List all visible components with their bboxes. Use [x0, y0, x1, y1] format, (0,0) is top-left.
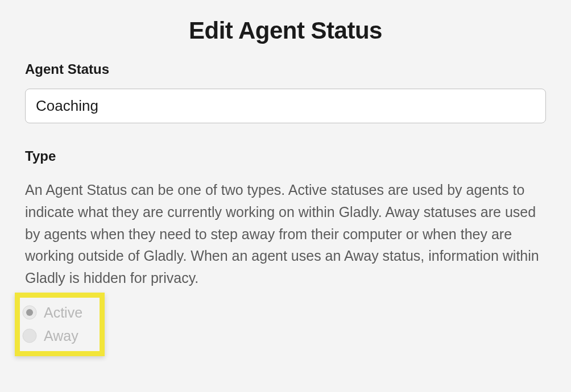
radio-selected-icon — [22, 305, 37, 320]
radio-unselected-icon — [22, 328, 37, 343]
radio-option-active[interactable]: Active — [22, 301, 82, 324]
agent-status-label: Agent Status — [25, 61, 546, 77]
radio-label: Active — [44, 305, 82, 321]
type-label: Type — [25, 148, 546, 164]
page-title: Edit Agent Status — [25, 17, 546, 44]
svg-point-1 — [26, 309, 33, 316]
radio-option-away[interactable]: Away — [22, 324, 82, 348]
agent-status-input[interactable] — [25, 89, 546, 123]
type-section: Type An Agent Status can be one of two t… — [25, 148, 546, 356]
agent-status-section: Agent Status — [25, 61, 546, 123]
radio-label: Away — [44, 328, 78, 344]
type-description: An Agent Status can be one of two types.… — [25, 179, 546, 289]
svg-point-2 — [23, 329, 36, 343]
type-radio-group: Active Away — [15, 293, 105, 356]
